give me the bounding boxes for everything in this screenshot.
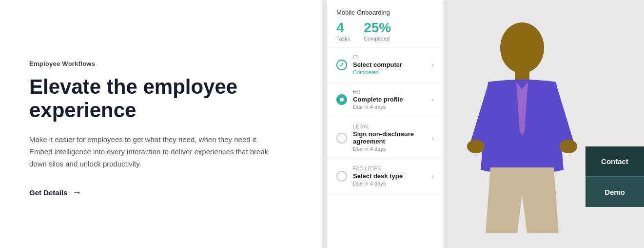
- task-list: IT Select computer Completed › HR Comple…: [327, 48, 444, 194]
- svg-point-2: [467, 140, 485, 153]
- get-details-label: Get Details: [29, 188, 67, 197]
- completed-stat: 25% Completed: [364, 21, 391, 41]
- task-due-2: Due in 4 days: [353, 104, 428, 110]
- svg-point-3: [560, 140, 577, 153]
- task-name-4: Select desk type: [353, 172, 428, 180]
- task-item-select-desk[interactable]: Facilities Select desk type Due in 4 day…: [327, 159, 444, 194]
- main-heading: Elevate the employee experience: [29, 75, 293, 123]
- task-item-nda[interactable]: Legal Sign non-disclosure agreement Due …: [327, 117, 444, 159]
- task-icon-pending-3: [336, 133, 347, 144]
- task-category-4: Facilities: [353, 166, 428, 171]
- task-due-4: Due in 4 days: [353, 181, 428, 186]
- contact-button[interactable]: Contact: [585, 146, 644, 176]
- task-name-2: Complete profile: [353, 96, 428, 103]
- task-icon-pending-4: [336, 171, 347, 182]
- completed-percent: 25%: [364, 21, 391, 35]
- chevron-icon-3: ›: [431, 134, 434, 142]
- task-name-3: Sign non-disclosure agreement: [353, 130, 428, 145]
- task-item-select-computer[interactable]: IT Select computer Completed ›: [327, 48, 444, 83]
- task-content-1: IT Select computer Completed: [353, 55, 428, 75]
- card-title: Mobile Onboarding: [336, 9, 434, 16]
- task-category-2: HR: [353, 89, 428, 95]
- chevron-icon-1: ›: [431, 61, 434, 69]
- task-content-3: Legal Sign non-disclosure agreement Due …: [353, 124, 428, 152]
- chevron-icon-2: ›: [431, 96, 434, 103]
- description-text: Make it easier for employees to get what…: [29, 134, 283, 170]
- completed-label: Completed: [364, 36, 391, 41]
- task-category-3: Legal: [353, 124, 428, 129]
- get-details-link[interactable]: Get Details →: [29, 187, 293, 198]
- svg-point-0: [500, 22, 544, 73]
- task-icon-completed: [336, 60, 347, 70]
- task-item-complete-profile[interactable]: HR Complete profile Due in 4 days ›: [327, 83, 444, 117]
- card-header: Mobile Onboarding 4 Tasks 25% Completed: [327, 0, 444, 48]
- stats-row: 4 Tasks 25% Completed: [336, 21, 434, 41]
- task-category-1: IT: [353, 55, 428, 60]
- tasks-label: Tasks: [336, 36, 350, 41]
- task-status-1: Completed: [353, 69, 428, 75]
- onboarding-card: Mobile Onboarding 4 Tasks 25% Completed …: [327, 0, 444, 248]
- task-content-4: Facilities Select desk type Due in 4 day…: [353, 166, 428, 186]
- arrow-icon: →: [72, 187, 81, 198]
- action-buttons: Contact Demo: [585, 146, 644, 207]
- task-name-1: Select computer: [353, 61, 428, 68]
- tasks-stat: 4 Tasks: [336, 21, 350, 41]
- chevron-icon-4: ›: [431, 172, 434, 180]
- tasks-number: 4: [336, 21, 350, 35]
- task-icon-active: [336, 94, 347, 105]
- category-label: Employee Workflows: [29, 60, 293, 67]
- person-image: [459, 14, 595, 248]
- task-due-3: Due in 4 days: [353, 146, 428, 152]
- task-content-2: HR Complete profile Due in 4 days: [353, 89, 428, 110]
- right-panel: Mobile Onboarding 4 Tasks 25% Completed …: [322, 0, 644, 248]
- demo-button[interactable]: Demo: [585, 176, 644, 207]
- left-panel: Employee Workflows Elevate the employee …: [0, 0, 322, 248]
